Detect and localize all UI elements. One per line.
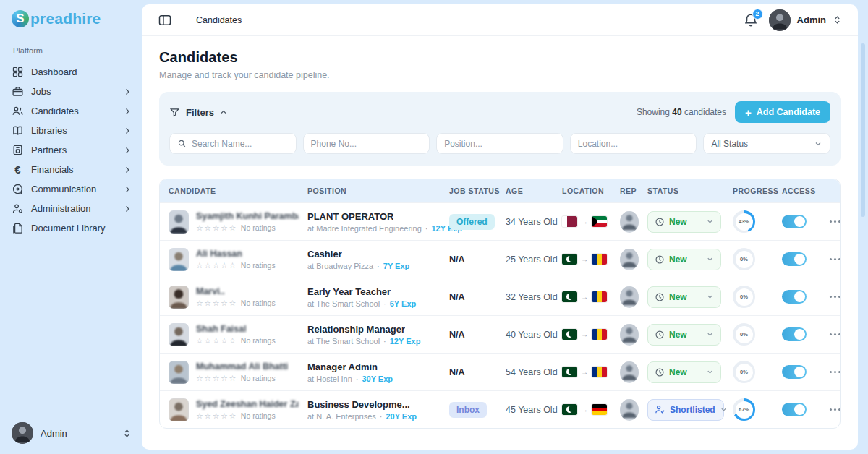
phone-input[interactable] [311,139,422,149]
table-row: Marvi.. ☆☆☆☆☆No ratings Early Year Teach… [160,278,840,315]
sidebar-item-dashboard[interactable]: Dashboard [12,62,132,82]
sidebar-item-communication[interactable]: Communication [12,179,132,199]
experience-link[interactable]: 20Y Exp [386,412,417,421]
col-header-rep: REP [611,187,639,195]
status-label: New [669,367,702,377]
position-input[interactable] [444,139,556,149]
search-name-field[interactable] [169,133,297,154]
to-flag-icon [592,254,607,265]
sidebar-item-jobs[interactable]: Jobs [12,82,132,101]
chevron-down-icon [706,368,714,376]
candidate-name[interactable]: Muhammad Ali Bhatti [196,361,288,372]
age-label: 40 Years Old [497,330,553,340]
notifications-button[interactable]: 2 [743,12,759,28]
row-menu-button[interactable] [827,293,841,301]
scrollbar-thumb[interactable] [861,43,865,217]
showing-count-text: Showing 40 candidates [637,107,726,117]
rating-stars[interactable]: ☆☆☆☆☆ [196,299,237,308]
phone-field[interactable] [303,133,430,154]
rep-avatar[interactable] [620,399,639,421]
table-header-row: CANDIDATE POSITION JOB STATUS AGE LOCATI… [160,179,840,202]
candidate-name[interactable]: Shah Faisal [196,324,276,334]
experience-link[interactable]: 12Y Exp [390,337,421,346]
position-title[interactable]: Relationship Manager [307,324,405,335]
position-title[interactable]: Early Year Teacher [307,286,391,297]
candidate-name[interactable]: Syed Zeeshan Haider Zaidi [196,399,299,409]
sidebar-user-menu[interactable]: Admin [12,422,132,444]
dashboard-icon [12,66,24,78]
access-toggle[interactable] [782,327,807,341]
row-menu-button[interactable] [827,368,841,376]
location-flags: → [553,291,611,302]
sidebar-item-candidates[interactable]: Candidates [12,101,132,121]
sidebar-item-administration[interactable]: Administration [12,199,132,218]
candidate-name[interactable]: Syamjith Kunhi Parambath [196,211,299,221]
progress-value: 67% [736,401,753,419]
access-toggle[interactable] [782,290,807,304]
divider [184,14,184,26]
status-dropdown[interactable]: New [647,211,721,233]
status-select[interactable]: All Status [703,133,830,154]
position-title[interactable]: Manager Admin [307,361,378,372]
sidebar-item-partners[interactable]: Partners [12,140,132,160]
rating-stars[interactable]: ☆☆☆☆☆ [196,336,237,346]
table-row: Syed Zeeshan Haider Zaidi ☆☆☆☆☆No rating… [160,390,840,428]
rating-stars[interactable]: ☆☆☆☆☆ [196,374,237,383]
brand-logo[interactable]: S preadhire [12,10,132,27]
chevron-right-icon [123,166,132,174]
breadcrumb[interactable]: Candidates [196,15,242,25]
experience-link[interactable]: 7Y Exp [383,262,410,270]
rep-avatar[interactable] [620,249,639,270]
row-menu-button[interactable] [827,218,841,226]
status-dropdown[interactable]: New [647,286,721,308]
arrow-icon: → [581,368,588,376]
sidebar-item-financials[interactable]: € Financials [12,160,132,179]
status-dropdown[interactable]: New [647,324,721,346]
access-toggle[interactable] [782,403,807,416]
user-menu[interactable]: Admin [769,9,842,31]
add-candidate-button[interactable]: + Add Candidate [735,101,830,123]
access-toggle[interactable] [782,365,807,379]
filters-label[interactable]: Filters [186,107,214,118]
experience-link[interactable]: 6Y Exp [390,299,417,308]
location-input[interactable] [578,139,689,149]
dot-separator: · [377,262,380,270]
search-name-input[interactable] [192,139,289,149]
row-menu-button[interactable] [827,255,841,263]
row-menu-button[interactable] [827,406,841,414]
rep-avatar[interactable] [620,286,639,308]
candidate-name[interactable]: Ali Hassan [196,249,276,259]
main-panel: Candidates 2 Admin Candidates Manage and… [142,4,858,450]
rep-avatar[interactable] [620,211,639,233]
rep-avatar[interactable] [620,361,639,383]
experience-link[interactable]: 30Y Exp [362,374,393,383]
rating-stars[interactable]: ☆☆☆☆☆ [196,261,237,270]
rating-stars[interactable]: ☆☆☆☆☆ [196,223,237,233]
rep-avatar[interactable] [620,324,639,346]
scrollbar-track[interactable] [858,0,868,454]
position-title[interactable]: PLANT OPERATOR [307,211,393,222]
status-dropdown[interactable]: New [647,249,721,270]
candidate-name[interactable]: Marvi.. [196,286,276,296]
access-toggle[interactable] [782,215,807,228]
access-toggle[interactable] [782,252,807,266]
rating-stars[interactable]: ☆☆☆☆☆ [196,411,237,421]
chevron-up-icon[interactable] [219,108,228,116]
job-status-badge: N/A [449,330,465,340]
position-title[interactable]: Business Developme... [307,399,410,410]
no-ratings-label: No ratings [241,411,276,420]
company-label: at The Smart School [307,337,380,346]
sidebar-item-document-library[interactable]: Document Library [12,218,132,238]
sidebar-toggle-icon[interactable] [158,13,172,27]
status-dropdown[interactable]: Shortlisted [647,399,724,421]
row-menu-button[interactable] [827,330,841,338]
status-dropdown[interactable]: New [647,361,721,383]
location-field[interactable] [570,133,697,154]
col-header-candidate: CANDIDATE [160,187,299,195]
position-title[interactable]: Cashier [307,249,342,260]
position-field[interactable] [436,133,563,154]
brand-name: preadhire [30,10,101,27]
job-status-badge: Inbox [449,402,487,418]
sidebar-item-libraries[interactable]: Libraries [12,121,132,140]
status-label: Shortlisted [670,405,715,415]
